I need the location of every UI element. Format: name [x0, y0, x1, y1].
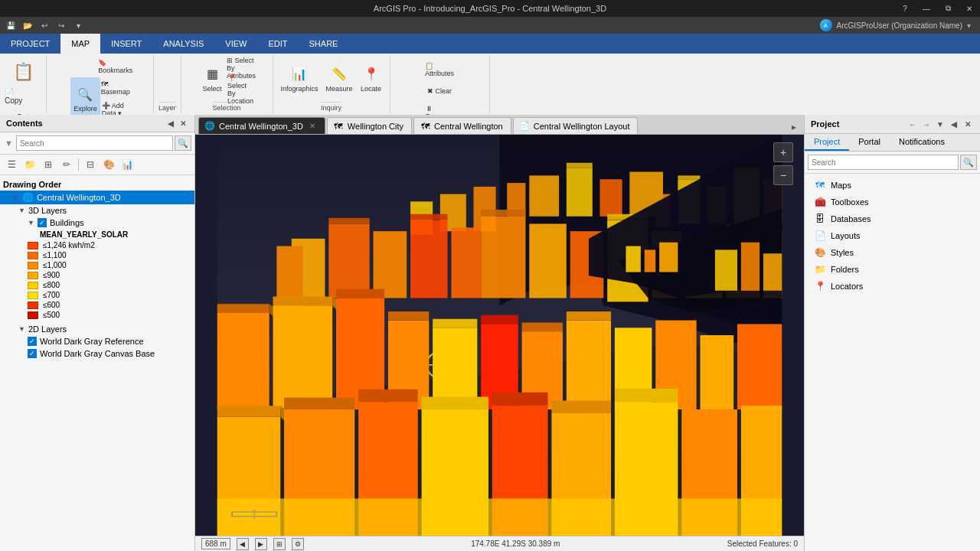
project-tab-project[interactable]: Project [805, 134, 849, 151]
project-forward-button[interactable]: → [920, 118, 933, 130]
world-dark-ref-checkbox[interactable]: ✓ [28, 337, 37, 346]
project-tabs: Project Portal Notifications [805, 134, 980, 152]
layers-2d-label: 2D Layers [28, 324, 67, 334]
map-view[interactable]: + − [195, 135, 804, 536]
drawing-order-header: Drawing Order [0, 178, 194, 191]
tab-edit[interactable]: EDIT [257, 34, 298, 54]
scale-decrease-button[interactable]: ◀ [237, 538, 249, 550]
list-view-button[interactable]: ☰ [3, 157, 20, 172]
ribbon-group-labeling: 📋 Attributes ✖ Clear ⏸ Pause 👁 View Unpl… [390, 55, 490, 113]
chart-button[interactable]: 📊 [119, 157, 136, 172]
map-tab-3d-icon: 🌐 [205, 122, 214, 131]
project-item-layouts[interactable]: 📄 Layouts [805, 227, 980, 244]
buildings-item[interactable]: ▼ ✓ Buildings [0, 217, 194, 229]
help-button[interactable]: ? [894, 0, 916, 17]
tab-share[interactable]: SHARE [299, 34, 349, 54]
contents-close-button[interactable]: ✕ [178, 118, 188, 129]
scale-increase-button[interactable]: ▶ [255, 538, 267, 550]
project-item-locators[interactable]: 📍 Locators [805, 278, 980, 295]
tab-map[interactable]: MAP [60, 34, 100, 54]
contents-header: Contents ◀ ✕ [0, 115, 194, 132]
edit-ctb-button[interactable]: ✏ [58, 157, 75, 172]
minimize-button[interactable]: — [916, 0, 937, 17]
svg-rect-14 [600, 179, 622, 217]
world-dark-canvas-item[interactable]: ✓ World Dark Gray Canvas Base [0, 347, 194, 360]
map-area-expand-button[interactable]: ▸ [787, 122, 801, 132]
scale-settings-button[interactable]: ⚙ [292, 538, 304, 550]
project-unpin-button[interactable]: ◀ [948, 118, 960, 130]
legend-swatch-7 [28, 311, 38, 319]
map-tab-3d-close[interactable]: ✕ [308, 122, 317, 131]
zoom-in-button[interactable]: + [773, 142, 793, 162]
project-back-button[interactable]: ← [906, 118, 919, 130]
map-tab-3d[interactable]: 🌐 Central Wellington_3D ✕ [198, 117, 325, 134]
basemap-button[interactable]: 🗺 Basemap [102, 78, 129, 98]
project-item-folders[interactable]: 📁 Folders [805, 261, 980, 278]
properties-button[interactable]: ⊟ [82, 157, 99, 172]
tab-insert[interactable]: INSERT [100, 34, 152, 54]
layers-2d-item[interactable]: ▼ 2D Layers [0, 323, 194, 335]
maximize-button[interactable]: ⧉ [937, 0, 959, 17]
qa-undo-button[interactable]: ↩ [37, 18, 52, 32]
project-item-databases[interactable]: 🗄 Databases [805, 210, 980, 227]
project-item-toolboxes[interactable]: 🧰 Toolboxes [805, 194, 980, 210]
project-close-button[interactable]: ✕ [962, 118, 974, 130]
contents-search-input[interactable] [16, 135, 173, 151]
databases-icon: 🗄 [814, 213, 826, 225]
project-tab-portal[interactable]: Portal [849, 134, 890, 151]
svg-marker-39 [217, 304, 270, 313]
tab-view[interactable]: VIEW [214, 34, 257, 54]
world-dark-canvas-checkbox[interactable]: ✓ [28, 349, 37, 358]
project-item-styles[interactable]: 🎨 Styles [805, 244, 980, 261]
paste-button[interactable]: 📋 [5, 58, 41, 86]
infographics-button[interactable]: 📊 Infographics [278, 57, 322, 100]
map-tab-layout[interactable]: 📄 Central Wellington Layout [513, 117, 639, 134]
legend-label-5: ≤700 [43, 291, 60, 299]
map-tab-city-label: Wellington City [348, 122, 403, 131]
locate-button[interactable]: 📍 Locate [358, 57, 385, 100]
measure-label: Measure [326, 85, 353, 93]
map-3d-item[interactable]: ▼ 🌐 Central Wellington_3D [0, 191, 194, 204]
user-info[interactable]: ArcGISProUser (Organization Name) [837, 21, 963, 30]
qa-more-button[interactable]: ▾ [70, 18, 86, 32]
buildings-checkbox[interactable]: ✓ [38, 218, 47, 227]
svg-rect-86 [626, 246, 640, 272]
copy-button[interactable]: 📄 Copy [5, 86, 32, 106]
contents-title: Contents [6, 119, 43, 128]
world-dark-canvas-label: World Dark Gray Canvas Base [40, 349, 155, 358]
zoom-out-button[interactable]: − [773, 165, 793, 185]
add-data-ctb-button[interactable]: 📁 [21, 157, 38, 172]
map-tab-city-icon: 🗺 [334, 122, 343, 131]
close-button[interactable]: ✕ [959, 0, 980, 17]
attributes-button[interactable]: 📋 Attributes [426, 60, 453, 80]
qa-redo-button[interactable]: ↪ [54, 18, 69, 32]
contents-search-button[interactable]: 🔍 [175, 135, 191, 151]
map-tab-city[interactable]: 🗺 Wellington City [327, 117, 412, 134]
explore-button[interactable]: 🔍 Explore [70, 77, 100, 120]
project-filter-button[interactable]: ▼ [934, 118, 946, 130]
project-tab-notifications[interactable]: Notifications [890, 134, 954, 151]
select-by-location-button[interactable]: 📍 Select ByLocation [227, 80, 255, 99]
tab-analysis[interactable]: ANALYSIS [152, 34, 214, 54]
select-button[interactable]: ▦ Select [198, 57, 226, 100]
map-tab-central[interactable]: 🗺 Central Wellington [413, 117, 511, 134]
layers-3d-item[interactable]: ▼ 3D Layers [0, 204, 194, 217]
user-dropdown-icon[interactable]: ▾ [967, 21, 971, 30]
legend-item-4: ≤800 [0, 280, 194, 290]
world-dark-ref-item[interactable]: ✓ World Dark Gray Reference [0, 335, 194, 347]
project-item-maps[interactable]: 🗺 Maps [805, 177, 980, 194]
scale-grid-button[interactable]: ⊞ [273, 538, 286, 550]
styles-icon: 🎨 [814, 246, 826, 259]
tab-project[interactable]: PROJECT [0, 34, 60, 54]
group-layer-button[interactable]: ⊞ [40, 157, 57, 172]
qa-save-button[interactable]: 💾 [3, 18, 18, 32]
scale-box[interactable]: 688 m [201, 538, 230, 549]
contents-unpin-button[interactable]: ◀ [165, 118, 176, 129]
measure-button[interactable]: 📏 Measure [323, 57, 356, 100]
bookmarks-button[interactable]: 🔖 Bookmarks [102, 57, 129, 77]
clear-button[interactable]: ✖ Clear [426, 81, 453, 101]
project-search-input[interactable] [808, 155, 959, 170]
style-button[interactable]: 🎨 [100, 157, 117, 172]
qa-open-button[interactable]: 📂 [20, 18, 35, 32]
project-search-button[interactable]: 🔍 [960, 155, 977, 170]
